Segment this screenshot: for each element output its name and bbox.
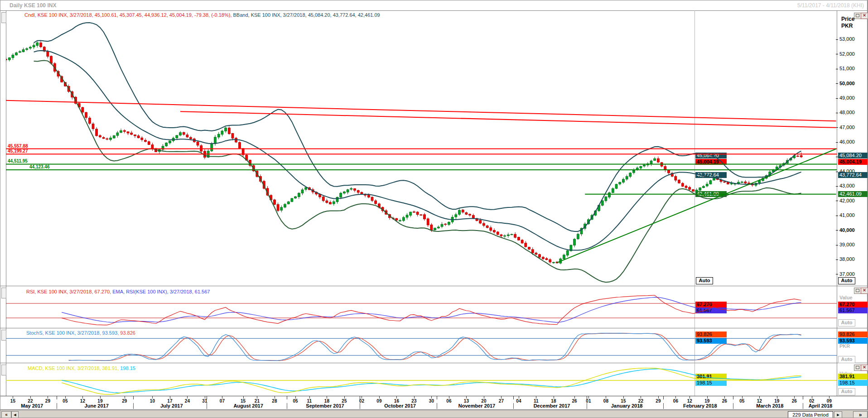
horizontal-scrollbar[interactable]: « ◂ 229 Data Period ▸ » [0, 410, 868, 418]
stochastic-layer [6, 333, 837, 361]
scroll-far-left-icon[interactable]: « [1, 411, 11, 418]
scroll-left-icon[interactable]: ◂ [11, 411, 19, 418]
data-period-field[interactable]: 229 Data Period [788, 411, 833, 418]
macd-layer [6, 368, 837, 394]
chart-window: Daily KSE 100 INX 5/11/2017 - 4/11/2018 … [0, 0, 868, 418]
scroll-right-icon[interactable]: ▸ [834, 411, 842, 418]
rsi-layer [6, 295, 837, 325]
scroll-far-right-icon[interactable]: » [853, 411, 868, 418]
price-chart-canvas[interactable] [0, 0, 868, 418]
candles-layer [5, 41, 803, 264]
support-resistance-layer [6, 101, 837, 263]
bollinger-bands-layer [34, 23, 801, 282]
